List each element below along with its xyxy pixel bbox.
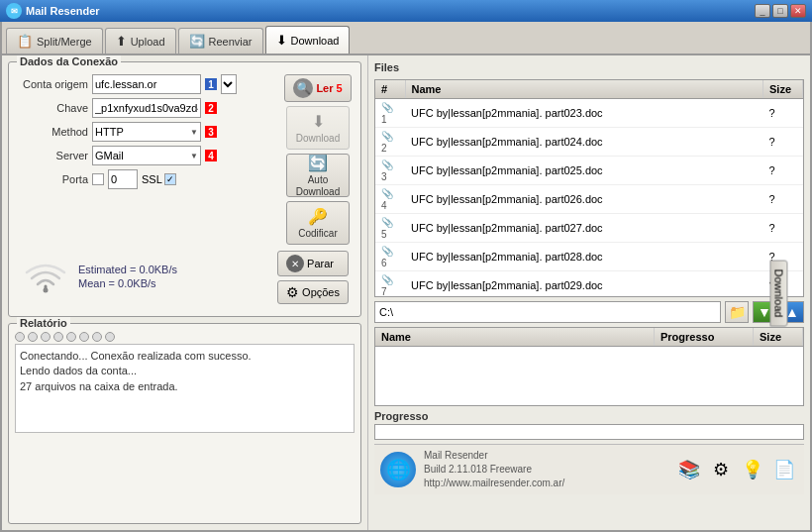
ler-badge: 5 <box>337 82 343 94</box>
close-button[interactable]: ✕ <box>790 4 806 18</box>
conta-dropdown[interactable] <box>221 74 237 94</box>
table-row[interactable]: 📎 2 UFC by|lessan[p2mmania]. part024.doc… <box>375 128 803 157</box>
method-badge: 3 <box>205 126 217 138</box>
codificar-icon: 🔑 <box>308 207 328 226</box>
conta-input[interactable] <box>92 74 201 94</box>
server-arrow: ▼ <box>190 152 198 160</box>
upload-icon: ⬆ <box>116 34 127 49</box>
wifi-icon <box>21 258 70 297</box>
estimated-status: Estimated = 0.0KB/s <box>78 264 269 275</box>
progress-section: Progresso <box>374 410 804 440</box>
folder-browse-button[interactable]: 📁 <box>725 301 749 323</box>
indicator-1 <box>15 332 25 342</box>
options-button[interactable]: ⚙ Opções <box>277 280 349 304</box>
ler-button[interactable]: 🔍 Ler 5 <box>284 74 351 102</box>
chave-badge: 2 <box>205 102 217 114</box>
stop-button[interactable]: ✕ Parar <box>277 251 349 276</box>
file-size: ? <box>763 128 803 157</box>
queue-col-size: Size <box>754 328 803 347</box>
vertical-tab-label: Download <box>773 268 785 317</box>
table-row[interactable]: 📎 3 UFC by|lessan[p2mmania]. part025.doc… <box>375 157 803 185</box>
table-row[interactable]: 📎 4 UFC by|lessan[p2mmania]. part026.doc… <box>375 185 803 214</box>
svg-point-0 <box>44 288 49 293</box>
footer-text: Mail Resender Build 2.11.018 Freeware ht… <box>424 449 564 490</box>
ler-label: Ler <box>316 82 333 94</box>
report-title: Relatório <box>17 317 70 329</box>
footer-books-button[interactable]: 📚 <box>675 456 703 483</box>
footer-bulb-button[interactable]: 💡 <box>739 456 766 483</box>
indicator-2 <box>28 332 38 342</box>
footer-doc-button[interactable]: 📄 <box>770 456 798 483</box>
porta-checkbox[interactable] <box>92 173 104 185</box>
table-row[interactable]: 📎 1 UFC by|lessan[p2mmania]. part023.doc… <box>375 99 803 128</box>
table-row[interactable]: 📎 7 UFC by|lessan[p2mmania]. part029.doc… <box>375 271 803 298</box>
auto-download-label: AutoDownload <box>296 174 340 198</box>
minimize-button[interactable]: _ <box>755 4 770 18</box>
porta-row: Porta SSL ✓ <box>17 169 279 189</box>
file-size: ? <box>763 157 803 185</box>
table-row[interactable]: 📎 5 UFC by|lessan[p2mmania]. part027.doc… <box>375 214 803 243</box>
tab-upload-label: Upload <box>131 36 165 48</box>
left-panel: Dados da Conexão Conta origem 1 Chave <box>2 55 368 530</box>
reenviar-icon: 🔄 <box>189 34 205 49</box>
app-title: Mail Resender <box>26 5 100 17</box>
connection-group: Dados da Conexão Conta origem 1 Chave <box>8 61 361 317</box>
files-label: Files <box>374 61 804 73</box>
conta-row: Conta origem 1 <box>17 74 279 94</box>
col-num: # <box>375 80 405 99</box>
status-text: Estimated = 0.0KB/s Mean = 0.0KB/s <box>78 264 269 291</box>
download-tab-icon: ⬇ <box>276 33 287 48</box>
connection-form: Conta origem 1 Chave 2 <box>17 74 353 245</box>
footer-gear-button[interactable]: ⚙ <box>707 456 735 483</box>
indicator-3 <box>41 332 51 342</box>
form-fields: Conta origem 1 Chave 2 <box>17 74 279 245</box>
right-panel: Files # Name Size 📎 1 UFC by|lessan[p2mm… <box>368 55 810 530</box>
auto-download-button[interactable]: 🔄 AutoDownload <box>286 154 350 197</box>
status-area: Estimated = 0.0KB/s Mean = 0.0KB/s ✕ Par… <box>17 247 353 308</box>
server-value: GMail <box>95 150 124 161</box>
server-label: Server <box>17 150 88 161</box>
porta-input[interactable] <box>108 169 138 189</box>
report-line-3: 27 arquivos na caixa de entrada. <box>20 379 350 394</box>
vertical-download-tab[interactable]: Download <box>770 260 788 326</box>
file-num: 📎 1 <box>375 99 405 128</box>
codificar-button[interactable]: 🔑 Codificar <box>286 201 350 245</box>
file-num: 📎 7 <box>375 271 405 298</box>
tab-reenviar[interactable]: 🔄 Reenviar <box>178 28 263 53</box>
report-line-2: Lendo dados da conta... <box>20 364 350 378</box>
file-name: UFC by|lessan[p2mmania]. part024.doc <box>405 128 763 157</box>
stop-options-col: ✕ Parar ⚙ Opções <box>277 251 349 304</box>
tab-reenviar-label: Reenviar <box>209 36 253 48</box>
footer-logo: 🌐 <box>380 452 416 487</box>
file-size: ? <box>763 214 803 243</box>
col-name: Name <box>405 80 763 99</box>
footer-build: Build 2.11.018 Freeware <box>424 463 564 477</box>
file-num: 📎 2 <box>375 128 405 157</box>
col-size: Size <box>763 80 803 99</box>
maximize-button[interactable]: □ <box>772 4 788 18</box>
stop-label: Parar <box>307 258 334 269</box>
toolbar: 📋 Split/Merge ⬆ Upload 🔄 Reenviar ⬇ Down… <box>2 22 810 55</box>
indicator-5 <box>66 332 76 342</box>
tab-split-merge[interactable]: 📋 Split/Merge <box>6 28 103 53</box>
options-label: Opções <box>302 286 340 298</box>
file-name: UFC by|lessan[p2mmania]. part026.doc <box>405 185 763 214</box>
report-line-1: Conectando... Conexão realizada com suce… <box>20 349 350 364</box>
queue-table-container: Name Progresso Size <box>374 327 804 406</box>
server-combo[interactable]: GMail ▼ <box>92 146 201 165</box>
footer: 🌐 Mail Resender Build 2.11.018 Freeware … <box>374 444 804 494</box>
progress-bar-container <box>374 424 804 440</box>
window-controls: _ □ ✕ <box>755 4 806 18</box>
download-action-icon: ⬇ <box>312 112 325 131</box>
tab-download[interactable]: ⬇ Download <box>265 26 351 53</box>
download-action-button[interactable]: ⬇ Download <box>286 106 350 150</box>
path-input[interactable] <box>374 301 721 323</box>
chave-input[interactable] <box>92 98 201 118</box>
tab-upload[interactable]: ⬆ Upload <box>105 28 176 53</box>
method-combo[interactable]: HTTP ▼ <box>92 122 201 142</box>
ssl-checkbox[interactable]: ✓ <box>164 173 176 185</box>
files-table-container: # Name Size 📎 1 UFC by|lessan[p2mmania].… <box>374 79 804 297</box>
table-row[interactable]: 📎 6 UFC by|lessan[p2mmania]. part028.doc… <box>375 243 803 271</box>
progress-label: Progresso <box>374 410 804 422</box>
file-name: UFC by|lessan[p2mmania]. part025.doc <box>405 157 763 185</box>
